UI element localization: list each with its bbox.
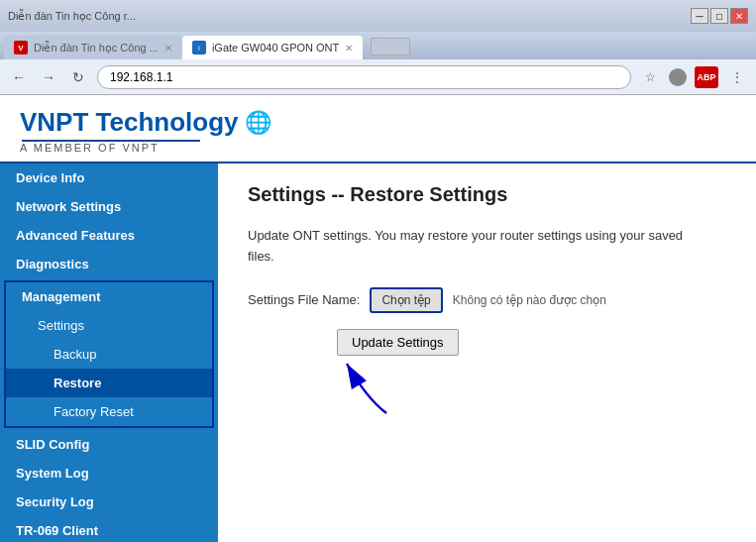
sidebar-item-network-settings[interactable]: Network Settings bbox=[0, 192, 218, 221]
sidebar-item-backup[interactable]: Backup bbox=[6, 340, 212, 369]
adblock-button[interactable]: ABP bbox=[695, 66, 718, 88]
update-section: Update Settings bbox=[258, 329, 726, 418]
logo-bar: VNPT Technology 🌐 A MEMBER OF VNPT bbox=[0, 95, 756, 163]
maximize-button[interactable]: □ bbox=[710, 8, 728, 24]
no-file-text: Không có tệp nào được chọn bbox=[453, 293, 606, 307]
window-controls[interactable]: ─ □ ✕ bbox=[691, 8, 748, 24]
brand-sub: A MEMBER OF VNPT bbox=[20, 142, 736, 154]
reload-button[interactable]: ↻ bbox=[67, 66, 89, 88]
sidebar-item-slid-config[interactable]: SLID Config bbox=[0, 430, 218, 459]
sidebar-item-diagnostics[interactable]: Diagnostics bbox=[0, 250, 218, 278]
tab-forum-close[interactable]: ✕ bbox=[164, 43, 172, 54]
tab-router[interactable]: i iGate GW040 GPON ONT ✕ bbox=[182, 36, 363, 59]
main-layout: Device Info Network Settings Advanced Fe… bbox=[0, 163, 756, 542]
sidebar: Device Info Network Settings Advanced Fe… bbox=[0, 163, 218, 542]
browser-titlebar: Diễn đàn Tin học Công r... ─ □ ✕ bbox=[0, 0, 756, 32]
tab-forum-label: Diễn đàn Tin học Công ... bbox=[34, 42, 159, 54]
file-label: Settings File Name: bbox=[248, 292, 360, 307]
sidebar-item-management[interactable]: Management bbox=[6, 282, 212, 311]
minimize-button[interactable]: ─ bbox=[691, 8, 708, 24]
management-group: Management Settings Backup Restore Facto… bbox=[4, 280, 214, 428]
tab-router-close[interactable]: ✕ bbox=[345, 43, 353, 54]
description: Update ONT settings. You may restore you… bbox=[248, 226, 726, 268]
close-button[interactable]: ✕ bbox=[730, 8, 748, 24]
sidebar-item-factory-reset[interactable]: Factory Reset bbox=[6, 397, 212, 426]
tab-router-label: iGate GW040 GPON ONT bbox=[212, 42, 339, 54]
file-form-row: Settings File Name: Chọn tệp Không có tệ… bbox=[248, 287, 726, 313]
page-title: Settings -- Restore Settings bbox=[248, 183, 726, 206]
sidebar-item-settings[interactable]: Settings bbox=[6, 311, 212, 340]
content-area: Settings -- Restore Settings Update ONT … bbox=[218, 163, 756, 542]
brand-icon: 🌐 bbox=[245, 110, 271, 136]
arrow-indicator bbox=[307, 339, 426, 418]
choose-file-button[interactable]: Chọn tệp bbox=[370, 287, 442, 313]
sidebar-item-restore[interactable]: Restore bbox=[6, 369, 212, 397]
address-input[interactable] bbox=[97, 65, 631, 89]
bookmark-button[interactable]: ☆ bbox=[639, 66, 661, 88]
tab-forum[interactable]: V Diễn đàn Tin học Công ... ✕ bbox=[4, 36, 182, 59]
tab-bar: V Diễn đàn Tin học Công ... ✕ i iGate GW… bbox=[0, 32, 756, 59]
sidebar-item-security-log[interactable]: Security Log bbox=[0, 488, 218, 516]
sidebar-item-device-info[interactable]: Device Info bbox=[0, 163, 218, 192]
menu-button[interactable]: ⋮ bbox=[726, 66, 748, 88]
address-bar: ← → ↻ ☆ ABP ⋮ bbox=[0, 59, 756, 95]
sidebar-item-system-log[interactable]: System Log bbox=[0, 459, 218, 488]
sidebar-item-advanced-features[interactable]: Advanced Features bbox=[0, 221, 218, 250]
profile-button[interactable] bbox=[669, 68, 687, 86]
forward-button[interactable]: → bbox=[38, 66, 59, 88]
back-button[interactable]: ← bbox=[8, 66, 30, 88]
page-content: VNPT Technology 🌐 A MEMBER OF VNPT Devic… bbox=[0, 95, 756, 542]
brand-name: VNPT Technology bbox=[20, 107, 239, 138]
sidebar-item-tr069[interactable]: TR-069 Client bbox=[0, 516, 218, 542]
